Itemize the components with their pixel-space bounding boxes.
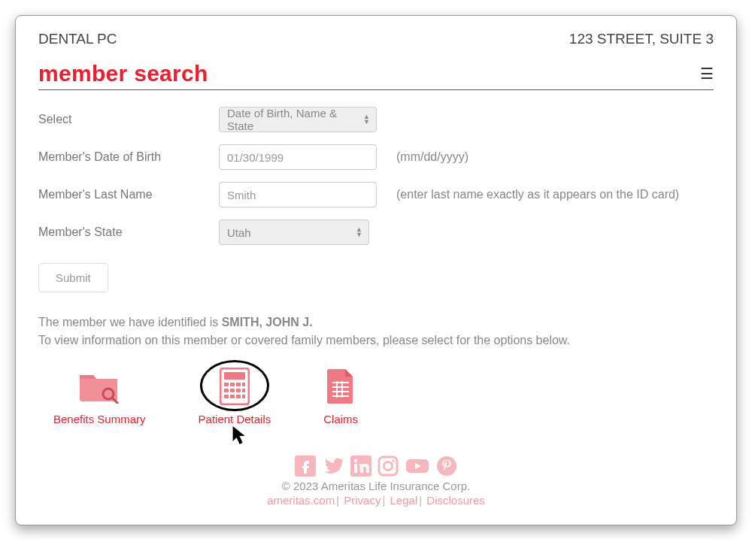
tile-patient-details[interactable]: Patient Details bbox=[199, 365, 271, 425]
chevron-updown-icon: ▲▼ bbox=[356, 227, 362, 238]
svg-rect-10 bbox=[236, 389, 241, 392]
footer: © 2023 Ameritas Life Insurance Corp. ame… bbox=[38, 456, 714, 507]
label-dob: Member's Date of Birth bbox=[38, 150, 219, 164]
svg-point-25 bbox=[354, 459, 357, 462]
row-dob: Member's Date of Birth (mm/dd/yyyy) bbox=[38, 144, 714, 170]
tile-patient-details-label: Patient Details bbox=[199, 413, 271, 425]
provider-name: DENTAL PC bbox=[38, 31, 117, 47]
social-row bbox=[38, 456, 714, 477]
app-window: DENTAL PC 123 STREET, SUITE 3 member sea… bbox=[15, 15, 737, 525]
twitter-icon[interactable] bbox=[322, 456, 344, 477]
results-text: The member we have identified is SMITH, … bbox=[38, 313, 714, 350]
results-line2: To view information on this member or co… bbox=[38, 334, 570, 347]
select-state[interactable]: Utah ▲▼ bbox=[219, 219, 369, 245]
label-select: Select bbox=[38, 113, 219, 126]
pinterest-icon[interactable] bbox=[436, 456, 457, 477]
link-legal[interactable]: Legal bbox=[390, 494, 418, 507]
select-search-type[interactable]: Date of Birth, Name & State ▲▼ bbox=[219, 107, 377, 132]
svg-rect-14 bbox=[236, 395, 241, 398]
row-state: Member's State Utah ▲▼ bbox=[38, 219, 714, 245]
svg-rect-7 bbox=[242, 383, 245, 386]
svg-point-27 bbox=[384, 462, 393, 471]
tile-claims[interactable]: Claims bbox=[323, 365, 358, 425]
svg-rect-9 bbox=[230, 389, 235, 392]
row-select: Select Date of Birth, Name & State ▲▼ bbox=[38, 107, 714, 132]
svg-rect-15 bbox=[242, 395, 245, 398]
instagram-icon[interactable] bbox=[378, 456, 399, 477]
svg-rect-6 bbox=[236, 383, 241, 386]
svg-rect-5 bbox=[230, 383, 235, 386]
hint-lastname: (enter last name exactly as it appears o… bbox=[396, 188, 679, 201]
facebook-icon[interactable] bbox=[295, 456, 316, 477]
copyright-text: © 2023 Ameritas Life Insurance Corp. bbox=[38, 480, 714, 492]
tile-benefits-label: Benefits Summary bbox=[53, 413, 146, 425]
topbar: DENTAL PC 123 STREET, SUITE 3 bbox=[38, 31, 714, 47]
link-privacy[interactable]: Privacy bbox=[344, 494, 381, 507]
input-dob[interactable] bbox=[219, 144, 377, 170]
youtube-icon[interactable] bbox=[405, 456, 430, 477]
svg-point-30 bbox=[437, 456, 456, 476]
footer-links: ameritas.com| Privacy| Legal| Disclosure… bbox=[38, 494, 714, 507]
provider-address: 123 STREET, SUITE 3 bbox=[569, 31, 714, 47]
action-tiles: Benefits Summary Patient Details bbox=[38, 365, 714, 425]
title-row: member search ☰ bbox=[38, 61, 714, 90]
calculator-icon bbox=[220, 368, 250, 405]
linkedin-icon[interactable] bbox=[350, 456, 371, 477]
svg-rect-24 bbox=[354, 464, 357, 473]
svg-rect-12 bbox=[224, 395, 229, 398]
svg-point-28 bbox=[392, 459, 395, 462]
cursor-arrow-icon bbox=[232, 425, 248, 446]
svg-rect-26 bbox=[379, 457, 397, 475]
menu-icon[interactable]: ☰ bbox=[700, 66, 714, 81]
submit-button[interactable]: Submit bbox=[38, 263, 108, 292]
svg-rect-13 bbox=[230, 395, 235, 398]
link-disclosures[interactable]: Disclosures bbox=[426, 494, 485, 507]
tile-benefits-summary[interactable]: Benefits Summary bbox=[53, 365, 146, 425]
results-member-name: SMITH, JOHN J. bbox=[222, 316, 313, 328]
hint-dob: (mm/dd/yyyy) bbox=[396, 150, 468, 164]
row-lastname: Member's Last Name (enter last name exac… bbox=[38, 182, 714, 207]
label-lastname: Member's Last Name bbox=[38, 188, 219, 201]
svg-rect-11 bbox=[242, 389, 245, 392]
svg-rect-3 bbox=[224, 372, 245, 380]
select-search-type-value: Date of Birth, Name & State bbox=[227, 107, 355, 132]
chevron-updown-icon: ▲▼ bbox=[363, 114, 370, 125]
svg-rect-8 bbox=[224, 389, 229, 392]
tile-claims-label: Claims bbox=[323, 413, 358, 425]
page-title: member search bbox=[38, 61, 208, 86]
input-lastname[interactable] bbox=[219, 182, 377, 207]
svg-rect-4 bbox=[224, 383, 229, 386]
select-state-value: Utah bbox=[227, 226, 251, 239]
label-state: Member's State bbox=[38, 226, 219, 239]
document-icon bbox=[326, 368, 356, 405]
folder-search-icon bbox=[78, 369, 120, 404]
link-site[interactable]: ameritas.com bbox=[267, 494, 335, 507]
results-prefix: The member we have identified is bbox=[38, 316, 222, 328]
